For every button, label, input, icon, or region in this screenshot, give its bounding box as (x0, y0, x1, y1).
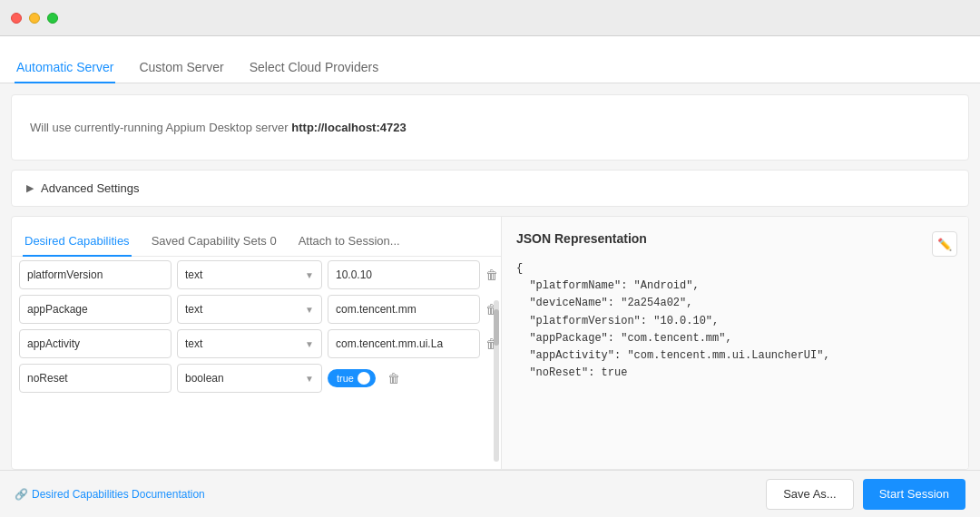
tab-attach-session[interactable]: Attach to Session... (297, 227, 402, 257)
server-info-section: Will use currently-running Appium Deskto… (11, 94, 969, 161)
docs-icon: 🔗 (15, 488, 28, 501)
save-as-button[interactable]: Save As... (766, 479, 854, 510)
cap-type-label-appactivity: text (185, 337, 202, 350)
cap-name-platformversion[interactable] (19, 260, 172, 289)
chevron-down-icon: ▼ (305, 270, 314, 280)
capability-table: text ▼ 🗑 text ▼ 🗑 (12, 257, 501, 469)
cap-type-label-platformversion: text (185, 268, 202, 281)
server-tabs: Automatic Server Custom Server Select Cl… (0, 36, 980, 83)
cap-name-noreset[interactable] (19, 364, 172, 393)
minimize-button[interactable] (29, 13, 40, 24)
right-panel: JSON Representation { "platformName": "A… (502, 217, 968, 469)
delete-platformversion-button[interactable]: 🗑 (485, 262, 498, 288)
close-button[interactable] (11, 13, 22, 24)
maximize-button[interactable] (47, 13, 58, 24)
cap-type-apppackage[interactable]: text ▼ (177, 295, 322, 324)
title-bar (0, 0, 980, 36)
delete-noreset-button[interactable]: 🗑 (381, 366, 407, 391)
cap-type-platformversion[interactable]: text ▼ (177, 260, 322, 289)
cap-type-noreset[interactable]: boolean ▼ (177, 364, 322, 393)
footer-bar: 🔗 Desired Capabilities Documentation Sav… (0, 470, 980, 517)
advanced-settings-toggle[interactable]: ▶ Advanced Settings (11, 170, 969, 207)
advanced-settings-label: Advanced Settings (41, 181, 139, 195)
cap-type-appactivity[interactable]: text ▼ (177, 329, 322, 358)
tab-automatic-server[interactable]: Automatic Server (15, 53, 115, 83)
cap-value-platformversion[interactable] (328, 260, 480, 289)
toggle-noreset-container: true (328, 369, 376, 387)
tab-custom-server[interactable]: Custom Server (137, 53, 225, 83)
capabilities-container: Desired Capabilities Saved Capability Se… (11, 216, 969, 470)
docs-link[interactable]: 🔗 Desired Capabilities Documentation (15, 488, 205, 501)
start-session-button[interactable]: Start Session (863, 479, 965, 510)
json-representation-title: JSON Representation (516, 231, 954, 246)
toggle-circle (358, 372, 370, 385)
toggle-noreset[interactable]: true (328, 369, 376, 387)
footer-buttons: Save As... Start Session (766, 479, 965, 510)
capability-tabs: Desired Capabilities Saved Capability Se… (12, 217, 501, 257)
edit-json-button[interactable]: ✏️ (932, 231, 957, 257)
capability-row-platformversion: text ▼ 🗑 (19, 260, 494, 289)
tab-saved-capability-sets[interactable]: Saved Capability Sets 0 (150, 227, 279, 257)
server-url: http://localhost:4723 (291, 121, 406, 134)
scrollbar[interactable] (494, 300, 499, 462)
tab-desired-capabilities[interactable]: Desired Capabilities (23, 227, 132, 257)
capability-row-apppackage: text ▼ 🗑 (19, 295, 494, 324)
chevron-down-icon-4: ▼ (305, 374, 314, 384)
capability-scroll-area: text ▼ 🗑 text ▼ 🗑 (12, 257, 501, 469)
cap-name-appactivity[interactable] (19, 329, 172, 358)
capability-row-appactivity: text ▼ 🗑 (19, 329, 494, 358)
scrollbar-thumb (494, 309, 499, 346)
tab-cloud-providers[interactable]: Select Cloud Providers (248, 53, 380, 83)
main-content: Automatic Server Custom Server Select Cl… (0, 36, 980, 517)
chevron-down-icon-3: ▼ (305, 339, 314, 349)
cap-value-apppackage[interactable] (328, 295, 480, 324)
cap-type-label-apppackage: text (185, 303, 202, 316)
cap-type-label-noreset: boolean (185, 372, 224, 385)
chevron-down-icon-2: ▼ (305, 305, 314, 315)
cap-name-apppackage[interactable] (19, 295, 172, 324)
json-content: { "platformName": "Android", "deviceName… (516, 260, 954, 382)
server-info-text: Will use currently-running Appium Deskto… (30, 121, 291, 134)
capability-row-noreset: boolean ▼ true 🗑 (19, 364, 494, 393)
chevron-right-icon: ▶ (26, 182, 34, 194)
left-panel: Desired Capabilities Saved Capability Se… (12, 217, 502, 469)
toggle-label: true (337, 373, 354, 384)
cap-value-appactivity[interactable] (328, 329, 480, 358)
docs-label: Desired Capabilities Documentation (32, 488, 205, 501)
